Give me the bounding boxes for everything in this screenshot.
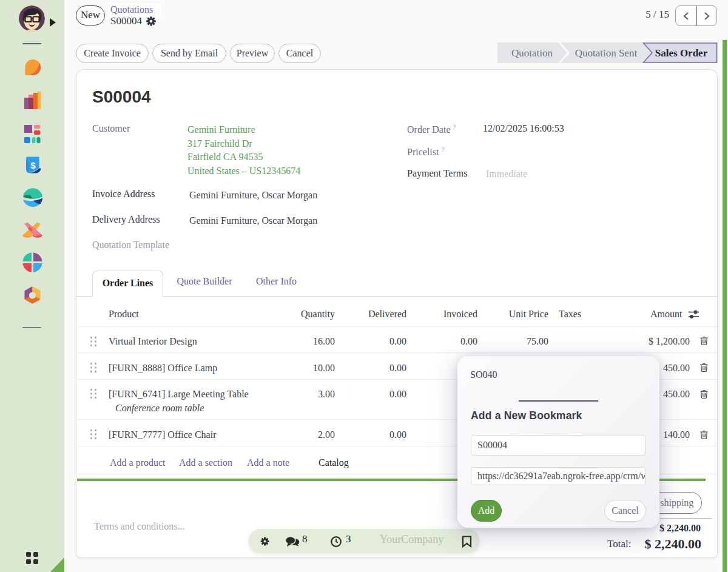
svg-text:Quotation: Quotation <box>511 47 553 59</box>
svg-text:$: $ <box>30 160 36 170</box>
svg-text:Sales Order: Sales Order <box>655 47 708 59</box>
svg-text:Quotation Sent: Quotation Sent <box>575 47 638 59</box>
